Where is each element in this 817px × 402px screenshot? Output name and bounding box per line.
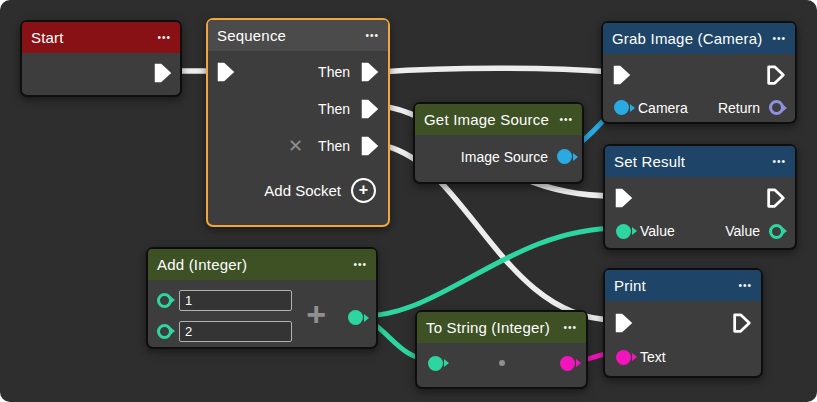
- node-set-result[interactable]: Set Result ••• Value Value: [603, 144, 797, 250]
- node-title: Grab Image (Camera): [612, 30, 763, 47]
- node-get-image-source-header[interactable]: Get Image Source •••: [415, 104, 582, 135]
- node-title: Add (Integer): [157, 256, 247, 273]
- value-output-label: Value: [725, 223, 760, 239]
- add-socket-label: Add Socket: [264, 182, 341, 199]
- remove-socket-icon[interactable]: ✕: [288, 135, 303, 157]
- text-input-label: Text: [640, 349, 666, 365]
- node-menu-icon[interactable]: •••: [766, 34, 786, 44]
- node-menu-icon[interactable]: •••: [766, 157, 786, 167]
- then-output-label: Then: [318, 138, 350, 154]
- value-input-label: Value: [640, 223, 675, 239]
- node-start[interactable]: Start •••: [20, 20, 182, 97]
- then-output-label: Then: [318, 101, 350, 117]
- sum-output-socket[interactable]: [348, 310, 363, 325]
- exec-output-pin-then2[interactable]: [359, 98, 381, 120]
- return-output-label: Return: [718, 100, 760, 116]
- node-menu-icon[interactable]: •••: [151, 33, 171, 43]
- node-add-integer[interactable]: Add (Integer) ••• +: [146, 247, 378, 349]
- return-output-socket[interactable]: [769, 100, 784, 115]
- image-source-output-label: Image Source: [461, 149, 548, 165]
- exec-input-pin[interactable]: [611, 64, 633, 86]
- node-to-string-integer[interactable]: To String (Integer) •••: [415, 310, 588, 389]
- string-output-socket[interactable]: [560, 356, 575, 371]
- node-to-string-header[interactable]: To String (Integer) •••: [417, 312, 586, 343]
- exec-input-pin[interactable]: [215, 61, 237, 83]
- exec-output-pin[interactable]: [731, 312, 753, 334]
- node-menu-icon[interactable]: •••: [732, 281, 752, 291]
- add-socket-button[interactable]: Add Socket +: [208, 167, 388, 213]
- node-title: Get Image Source: [424, 111, 549, 128]
- node-sequence-header[interactable]: Sequence •••: [208, 20, 388, 51]
- node-start-header[interactable]: Start •••: [22, 22, 180, 53]
- exec-output-pin-then1[interactable]: [359, 61, 381, 83]
- exec-output-pin[interactable]: [152, 62, 174, 84]
- value-output-socket[interactable]: [769, 224, 784, 239]
- wire-then1-to-grab-image[interactable]: [380, 68, 613, 72]
- value-input-socket[interactable]: [616, 224, 631, 239]
- node-add-integer-header[interactable]: Add (Integer) •••: [148, 249, 376, 280]
- operand1-value-field[interactable]: [179, 290, 292, 311]
- operand2-value-field[interactable]: [179, 321, 292, 342]
- camera-input-label: Camera: [638, 100, 688, 116]
- image-source-output-socket[interactable]: [557, 149, 572, 164]
- exec-output-pin[interactable]: [765, 187, 787, 209]
- exec-input-pin[interactable]: [613, 312, 635, 334]
- exec-input-pin[interactable]: [613, 187, 635, 209]
- plus-operator-icon: +: [306, 295, 326, 334]
- node-get-image-source[interactable]: Get Image Source ••• Image Source: [413, 102, 584, 184]
- operand2-input-socket[interactable]: [157, 324, 172, 339]
- integer-input-socket[interactable]: [428, 356, 443, 371]
- node-grab-image-camera[interactable]: Grab Image (Camera) ••• Camera Return: [601, 21, 797, 124]
- node-title: Start: [31, 29, 64, 46]
- then-output-label: Then: [318, 64, 350, 80]
- exec-output-pin-then3[interactable]: [359, 135, 381, 157]
- node-title: Set Result: [614, 153, 685, 170]
- add-socket-plus-icon[interactable]: +: [351, 178, 376, 203]
- node-set-result-header[interactable]: Set Result •••: [605, 146, 795, 177]
- dot-icon: [499, 360, 505, 366]
- node-menu-icon[interactable]: •••: [359, 31, 379, 41]
- node-print[interactable]: Print ••• Text: [603, 268, 763, 378]
- exec-output-pin[interactable]: [765, 64, 787, 86]
- node-title: To String (Integer): [426, 319, 550, 336]
- operand1-input-socket[interactable]: [157, 293, 172, 308]
- node-menu-icon[interactable]: •••: [557, 323, 577, 333]
- node-menu-icon[interactable]: •••: [553, 115, 573, 125]
- node-print-header[interactable]: Print •••: [605, 270, 761, 301]
- node-menu-icon[interactable]: •••: [347, 260, 367, 270]
- camera-input-socket[interactable]: [614, 100, 629, 115]
- node-sequence[interactable]: Sequence ••• Then Then ✕ Then A: [206, 18, 390, 227]
- node-grab-image-header[interactable]: Grab Image (Camera) •••: [603, 23, 795, 54]
- node-title: Print: [614, 277, 646, 294]
- node-title: Sequence: [217, 27, 286, 44]
- node-graph-canvas[interactable]: Start ••• Sequence ••• Then Then: [0, 0, 817, 402]
- text-input-socket[interactable]: [616, 350, 631, 365]
